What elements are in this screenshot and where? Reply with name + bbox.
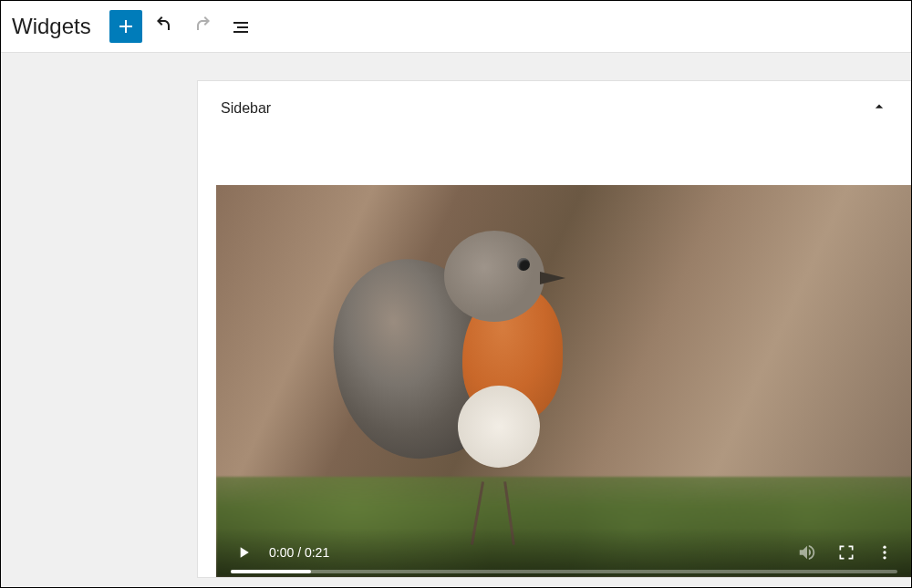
editor-toolbar: Widgets <box>1 1 911 53</box>
content-area: Sidebar <box>1 53 911 578</box>
video-controls: 0:00 / 0:21 <box>216 528 912 577</box>
page-title: Widgets <box>12 14 91 39</box>
panel-header[interactable]: Sidebar <box>198 81 911 130</box>
video-progress-fill <box>231 570 311 573</box>
play-button[interactable] <box>231 540 256 565</box>
svg-point-0 <box>883 546 886 549</box>
panel-title: Sidebar <box>221 100 271 117</box>
widget-area-panel: Sidebar <box>197 80 911 578</box>
volume-button[interactable] <box>793 539 821 566</box>
add-block-button[interactable] <box>109 10 142 43</box>
svg-point-2 <box>883 556 886 559</box>
video-more-button[interactable] <box>872 540 897 565</box>
chevron-up-icon <box>870 98 888 119</box>
play-icon <box>234 543 253 562</box>
video-block[interactable]: 0:00 / 0:21 <box>216 185 912 577</box>
video-progress-track[interactable] <box>231 570 897 573</box>
video-time-display: 0:00 / 0:21 <box>269 545 329 560</box>
undo-icon <box>153 15 175 37</box>
redo-button <box>186 10 219 43</box>
svg-point-1 <box>883 551 886 553</box>
document-outline-button[interactable] <box>224 10 257 43</box>
more-vertical-icon <box>876 543 894 562</box>
redo-icon <box>192 15 213 37</box>
list-view-icon <box>230 15 252 37</box>
plus-icon <box>115 15 137 37</box>
panel-body: 0:00 / 0:21 <box>198 130 911 577</box>
volume-icon <box>797 542 817 562</box>
fullscreen-icon <box>837 543 855 562</box>
undo-button[interactable] <box>148 10 181 43</box>
fullscreen-button[interactable] <box>834 540 859 565</box>
